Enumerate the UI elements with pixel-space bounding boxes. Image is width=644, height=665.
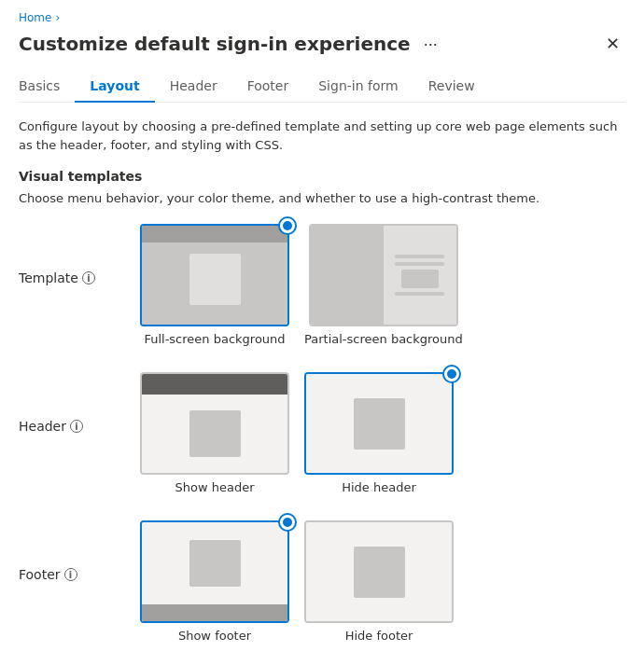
template-partial-preview bbox=[311, 226, 456, 325]
partial-line-1 bbox=[395, 255, 444, 258]
tab-footer[interactable]: Footer bbox=[232, 71, 304, 103]
hide-header-frame bbox=[304, 372, 454, 475]
show-header-label: Show header bbox=[175, 480, 254, 494]
close-button[interactable]: ✕ bbox=[600, 32, 625, 56]
page-header: Customize default sign-in experience ···… bbox=[19, 32, 625, 56]
template-partial-label: Partial-screen background bbox=[304, 332, 463, 346]
template-info-icon[interactable]: i bbox=[82, 271, 95, 284]
template-partial-frame bbox=[309, 224, 458, 326]
tab-basics[interactable]: Basics bbox=[19, 71, 75, 103]
footer-info-icon[interactable]: i bbox=[64, 568, 77, 581]
tab-review[interactable]: Review bbox=[413, 71, 490, 103]
partial-line-2 bbox=[395, 262, 444, 266]
show-footer-inner bbox=[189, 540, 241, 587]
show-header-preview bbox=[142, 374, 287, 473]
show-footer-label: Show footer bbox=[178, 629, 251, 643]
breadcrumb-home[interactable]: Home bbox=[19, 11, 51, 24]
hide-header-preview bbox=[306, 374, 452, 473]
partial-box bbox=[401, 270, 439, 288]
breadcrumb: Home › bbox=[19, 11, 625, 24]
template-option-partial[interactable]: Partial-screen background bbox=[304, 224, 463, 346]
show-header-center bbox=[142, 395, 287, 473]
template-fullscreen-preview bbox=[142, 226, 287, 325]
footer-row: Footer i Show footer bbox=[19, 520, 625, 643]
show-footer-preview bbox=[142, 522, 287, 621]
show-footer-radio bbox=[278, 513, 297, 532]
tab-signin-form[interactable]: Sign-in form bbox=[303, 71, 413, 103]
hide-footer-label: Hide footer bbox=[345, 629, 413, 643]
header-info-icon[interactable]: i bbox=[70, 420, 83, 433]
show-footer-body bbox=[142, 522, 287, 604]
template-fullscreen-radio bbox=[278, 216, 297, 235]
layout-description: Configure layout by choosing a pre-defin… bbox=[19, 118, 625, 154]
visual-templates-desc: Choose menu behavior, your color theme, … bbox=[19, 191, 625, 205]
visual-templates-title: Visual templates bbox=[19, 169, 625, 184]
show-header-bar bbox=[142, 374, 287, 395]
title-area: Customize default sign-in experience ··· bbox=[19, 33, 443, 56]
show-footer-frame bbox=[140, 520, 289, 623]
fullscreen-center-box bbox=[189, 254, 241, 305]
partial-left bbox=[311, 226, 384, 325]
header-row: Header i Show header bbox=[19, 372, 625, 494]
template-options: Full-screen background Partial-s bbox=[140, 224, 463, 346]
breadcrumb-separator: › bbox=[55, 11, 60, 24]
tab-bar: Basics Layout Header Footer Sign-in form… bbox=[19, 71, 625, 103]
header-option-show[interactable]: Show header bbox=[140, 372, 289, 494]
header-options: Show header Hide header bbox=[140, 372, 454, 494]
footer-option-show[interactable]: Show footer bbox=[140, 520, 289, 643]
template-label: Template i bbox=[19, 224, 140, 285]
footer-label: Footer i bbox=[19, 520, 140, 582]
show-header-inner bbox=[189, 410, 241, 457]
tab-layout[interactable]: Layout bbox=[75, 71, 154, 103]
tab-header[interactable]: Header bbox=[155, 71, 232, 103]
template-row: Template i Full-screen background bbox=[19, 224, 625, 346]
hide-footer-preview bbox=[306, 522, 452, 621]
fullscreen-header-bar bbox=[142, 226, 287, 242]
hide-header-inner bbox=[354, 398, 405, 450]
template-fullscreen-label: Full-screen background bbox=[144, 332, 285, 346]
hide-footer-inner bbox=[354, 547, 405, 598]
footer-options: Show footer Hide footer bbox=[140, 520, 454, 643]
hide-footer-frame bbox=[304, 520, 454, 623]
show-header-frame bbox=[140, 372, 289, 475]
hide-header-label: Hide header bbox=[342, 480, 416, 494]
partial-line-3 bbox=[395, 292, 444, 296]
hide-header-radio bbox=[442, 365, 461, 383]
template-option-fullscreen[interactable]: Full-screen background bbox=[140, 224, 289, 346]
header-label: Header i bbox=[19, 372, 140, 434]
page-title: Customize default sign-in experience bbox=[19, 33, 411, 55]
template-fullscreen-frame bbox=[140, 224, 289, 326]
footer-option-hide[interactable]: Hide footer bbox=[304, 520, 454, 643]
ellipsis-button[interactable]: ··· bbox=[418, 33, 443, 56]
show-footer-bar bbox=[142, 604, 287, 621]
partial-right bbox=[384, 226, 456, 325]
header-option-hide[interactable]: Hide header bbox=[304, 372, 454, 494]
